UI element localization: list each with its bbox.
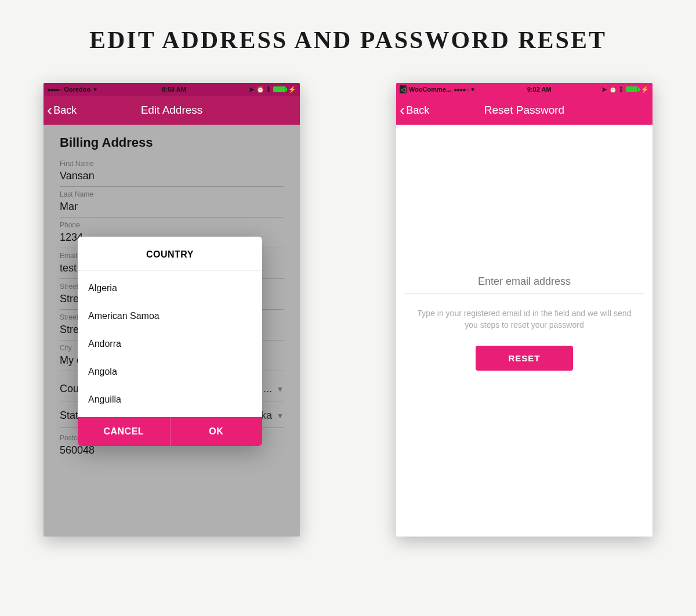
app-breadcrumb[interactable]: WooComme... bbox=[409, 86, 451, 93]
alarm-icon: ⏰ bbox=[256, 86, 264, 93]
chevron-down-icon: ▼ bbox=[277, 412, 284, 420]
charging-icon: ⚡ bbox=[641, 86, 649, 93]
bluetooth-icon: ᛒ bbox=[619, 86, 624, 93]
location-icon: ➤ bbox=[249, 86, 254, 93]
charging-icon: ⚡ bbox=[288, 86, 296, 93]
back-button[interactable]: ‹ Back bbox=[396, 102, 429, 118]
carrier-label: Ooredoo bbox=[64, 86, 90, 93]
reset-button[interactable]: RESET bbox=[476, 346, 572, 371]
bluetooth-icon: ᛒ bbox=[267, 86, 271, 93]
back-to-app-icon[interactable]: ◁ bbox=[400, 85, 407, 93]
signal-dots: ●●●●○ bbox=[454, 86, 468, 93]
location-icon: ➤ bbox=[601, 86, 607, 93]
nav-title: Edit Address bbox=[44, 104, 300, 117]
phone-edit-address: ●●●●○ Ooredoo ᯤ 8:58 AM ➤ ⏰ ᛒ ⚡ ‹ Back E… bbox=[44, 83, 300, 537]
country-option[interactable]: Anguilla bbox=[78, 386, 262, 414]
alarm-icon: ⏰ bbox=[609, 86, 617, 93]
battery-icon bbox=[626, 86, 639, 92]
country-option[interactable]: American Samoa bbox=[78, 302, 262, 330]
chevron-left-icon: ‹ bbox=[47, 102, 52, 118]
postcode-input[interactable]: 560048 bbox=[60, 444, 284, 461]
status-bar: ●●●●○ Ooredoo ᯤ 8:58 AM ➤ ⏰ ᛒ ⚡ bbox=[44, 83, 300, 96]
status-time: 9:02 AM bbox=[527, 86, 552, 93]
phone-label: Phone bbox=[60, 221, 284, 229]
wifi-icon: ᯤ bbox=[470, 86, 477, 93]
nav-bar: ‹ Back Edit Address bbox=[44, 96, 300, 125]
country-modal: COUNTRY Algeria American Samoa Andorra A… bbox=[78, 237, 262, 446]
wifi-icon: ᯤ bbox=[93, 86, 99, 93]
help-text: Type in your registered email id in the … bbox=[404, 294, 644, 331]
section-title: Billing Address bbox=[60, 135, 284, 150]
last-name-label: Last Name bbox=[60, 190, 284, 198]
modal-title: COUNTRY bbox=[78, 237, 262, 271]
phone-reset-password: ◁ WooComme... ●●●●○ ᯤ 9:02 AM ➤ ⏰ ᛒ ⚡ ‹ … bbox=[396, 83, 652, 537]
country-option[interactable]: Angola bbox=[78, 358, 262, 386]
back-label: Back bbox=[53, 104, 77, 117]
last-name-input[interactable]: Mar bbox=[60, 201, 284, 218]
nav-bar: ‹ Back Reset Password bbox=[396, 96, 652, 125]
ok-button[interactable]: OK bbox=[171, 417, 263, 446]
email-field[interactable] bbox=[404, 270, 644, 294]
page-title: EDIT ADDRESS AND PASSWORD RESET bbox=[0, 0, 696, 54]
country-option[interactable]: Algeria bbox=[78, 274, 262, 302]
status-time: 8:58 AM bbox=[162, 86, 186, 93]
country-option[interactable]: Andorra bbox=[78, 330, 262, 358]
signal-dots: ●●●●○ bbox=[47, 86, 61, 93]
nav-title: Reset Password bbox=[396, 104, 652, 117]
back-label: Back bbox=[406, 104, 429, 117]
first-name-label: First Name bbox=[60, 160, 284, 168]
status-bar: ◁ WooComme... ●●●●○ ᯤ 9:02 AM ➤ ⏰ ᛒ ⚡ bbox=[396, 83, 652, 96]
chevron-down-icon: ▼ bbox=[277, 385, 284, 393]
first-name-input[interactable]: Vansan bbox=[60, 170, 284, 187]
chevron-left-icon: ‹ bbox=[400, 102, 405, 118]
battery-icon bbox=[273, 86, 286, 92]
back-button[interactable]: ‹ Back bbox=[44, 102, 77, 118]
cancel-button[interactable]: CANCEL bbox=[78, 417, 171, 446]
